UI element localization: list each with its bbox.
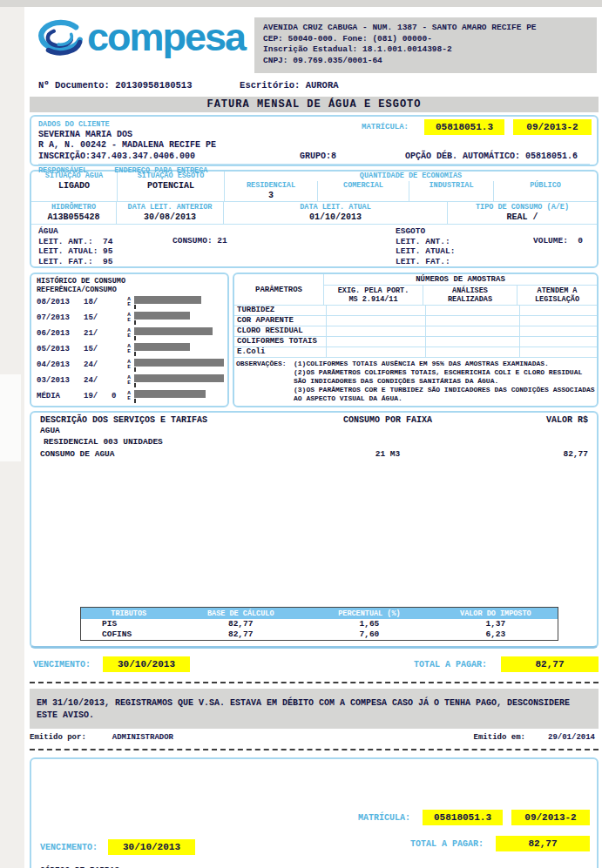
servico-item-row: CONSUMO DE AGUA 21 M3 82,77 [31,447,597,461]
situacao-agua-value: LIGADO [31,181,117,192]
parametros-header: PARÂMETROS [234,274,324,305]
observacoes: OBSERVAÇÕES: (1)COLIFORMES TOTAIS AUSÊNC… [234,358,597,403]
vencimento-label: VENCIMENTO: [33,660,91,670]
consumo-bar [134,343,190,351]
tributos-table: TRIBUTOS BASE DE CÁLCULO PERCENTUAL (%) … [80,607,558,641]
consumo-bar [134,327,213,335]
matricula-row: MATRÍCULA: 05818051.3 09/2013-2 [362,119,592,135]
tipo-consumo-cell: TIPO DE CONSUMO (A/E) REAL / [448,202,597,224]
economias-industrial: INDUSTRIAL [409,181,493,201]
exigido-header: EXIG. PELA PORT.MS 2.914/11 [324,286,423,305]
address-line: Inscrição Estadual: 18.1.001.0014398-2 [263,44,588,56]
client-box: DADOS DO CLIENTE SEVERINA MARIA DOS R A,… [30,115,599,166]
leituras-row: ÁGUA LEIT. ANT.: 74 LEIT. ATUAL: 95 LEIT… [37,226,593,266]
analises-header: ANÁLISESREALIZADAS [423,286,517,305]
hidrometro-cell: HIDRÔMETRO A13B055428 [31,202,117,224]
emissao-row: Emitido por: ADMINISTRADOR Emitido em: 2… [30,733,599,742]
historico-row: 05/2013 15/ AE [37,341,224,357]
stub-vencimento: VENCIMENTO: 30/10/2013 [40,839,195,855]
parametro-row: CLORO RESIDUAL [234,326,597,337]
historico-row: 06/2013 21/ AE [37,326,224,341]
leituras-esgoto: ESGOTO LEIT. ANT.: LEIT. ATUAL: LEIT. FA… [396,226,511,266]
consumo-bar [134,312,190,320]
servicos-valor-header: VALOR R$ [484,415,588,425]
client-inscricao: INSCRIÇÃO:347.403.347.0406.000 [38,151,195,162]
economias-residencial: RESIDENCIAL 3 [225,181,317,201]
total-value: 82,77 [501,656,599,672]
office-value: AURORA [306,80,339,91]
stub-matricula-value: 05818051.3 [423,810,503,825]
company-address-block: AVENIDA CRUZ CABUGA - NUM. 1387 - SANTO … [254,17,597,73]
observacao-line: (2)OS PARÂMETROS COLIFORMES TOTAIS, ESCH… [294,368,595,386]
historico-consumo-box: HISTÓRICO DE CONSUMO REFERÊNCIA/CONSUMO … [30,273,229,407]
consumo-bar [134,374,224,382]
emitido-por-value: ADMINISTRADOR [112,733,173,742]
page-top-strip [0,0,602,7]
economias-publico: PÚBLICO [493,181,597,201]
address-line: CEP: 50040-000. Fone: (081) 00000- [263,34,588,45]
historico-row: 08/2013 18/ AE [37,294,224,310]
historico-row: 03/2013 24/ AE [37,373,224,388]
servicos-desc-header: DESCRIÇÃO DOS SERVIÇOS E TARIFAS [40,415,292,425]
bill-title: FATURA MENSAL DE ÁGUA E ESGOTO [30,97,599,112]
consumo-agua: CONSUMO: 21 [145,226,396,266]
stub-total: TOTAL A PAGAR: 82,77 [410,836,590,851]
parametro-row: E.Coli [234,347,597,358]
observacao-line: (3)OS PARÂMETROS COR E TURBIDEZ SÃO INDI… [294,386,595,403]
historico-title: HISTÓRICO DE CONSUMO [37,277,224,286]
page-left-tab [0,374,21,461]
servicos-grupo: AGUA [31,425,597,436]
tributos-table-wrap: TRIBUTOS BASE DE CÁLCULO PERCENTUAL (%) … [31,607,597,646]
doc-number-value: 20130958180513 [115,80,192,91]
stub-matricula-label: MATRÍCULA: [358,813,410,823]
consumo-bar [134,359,224,367]
situacao-esgoto-cell: SITUAÇÃO ESGOTO POTENCIAL [118,172,225,201]
client-debito-automatico: OPÇÃO DÉB. AUTOMÁTICO: 05818051.6 [405,151,578,162]
stub-matricula-row: MATRÍCULA: 05818051.3 09/2013-2 [358,810,590,825]
doc-number-label: Nº Documento: [38,80,110,91]
volume-esgoto: VOLUME: 0 [511,226,593,266]
address-line: AVENIDA CRUZ CABUGA - NUM. 1387 - SANTO … [263,23,588,34]
tributo-row: PIS 82,77 1,65 1,37 [81,619,558,629]
emitido-em-value: 29/01/2014 [548,733,595,742]
bill-document: compesa AVENIDA CRUZ CABUGA - NUM. 1387 … [24,7,602,868]
stub-referencia-value: 09/2013-2 [511,810,590,825]
dashed-separator [30,682,599,683]
tributos-header-row: TRIBUTOS BASE DE CÁLCULO PERCENTUAL (%) … [81,608,558,619]
consumo-bar [134,390,206,398]
economias-comercial: COMERCIAL [317,181,409,201]
servicos-faixa-header: CONSUMO POR FAIXA [292,415,484,425]
stub-total-value: 82,77 [496,836,590,851]
atendem-header: ATENDEM ALEGISLAÇÃO [517,286,597,305]
logo-wordmark: compesa [87,18,245,57]
emitido-por-label: Emitido por: [30,733,86,742]
economias-cell: QUANTIDADE DE ECONOMIAS RESIDENCIAL 3 CO… [225,172,597,201]
servicos-residencial: RESIDENCIAL 003 UNIDADES [31,436,597,447]
total-label: TOTAL A PAGAR: [414,660,487,670]
matricula-value: 05818051.3 [424,119,504,135]
tributo-row: COFINS 82,77 7,60 6,23 [81,629,558,640]
historico-row: 04/2013 24/ AE [37,357,224,373]
vencimento-row: VENCIMENTO: 30/10/2013 TOTAL A PAGAR: 82… [30,654,599,675]
consumo-bar [134,296,201,304]
stub-vencimento-value: 30/10/2013 [108,839,195,855]
leituras-agua: ÁGUA LEIT. ANT.: 74 LEIT. ATUAL: 95 LEIT… [37,226,145,266]
situacao-table: SITUAÇÃO ÁGUA LIGADO SITUAÇÃO ESGOTO POT… [30,170,599,268]
aviso-debito: EM 31/10/2013, REGISTRAMOS QUE V.SA. EST… [30,689,599,729]
historico-row: 07/2013 15/ AE [37,310,224,326]
historico-subtitle: REFERÊNCIA/CONSUMO [37,286,224,294]
compesa-logo: compesa [35,17,251,57]
referencia-value: 09/2013-2 [513,119,592,135]
historico-row-media: MÉDIA 19/ 0 AE [37,388,224,404]
matricula-label: MATRÍCULA: [362,123,409,131]
office-label: Escritório: [240,80,300,91]
compesa-logo-icon [35,17,85,57]
parametros-box: PARÂMETROS NÚMEROS DE AMOSTRAS EXIG. PEL… [233,273,599,407]
parametro-row: COR APARENTE [234,316,597,326]
dashed-separator [30,749,599,750]
address-line: CNPJ: 09.769.035/0001-64 [263,56,588,67]
entrega-label: ENDEREÇO PARA ENTREGA [114,166,207,175]
client-grupo: GRUPO:8 [300,151,336,162]
payment-stub: MATRÍCULA: 05818051.3 09/2013-2 VENCIMEN… [30,757,599,868]
responsavel-label: RESPONSÁVEL [38,166,87,175]
